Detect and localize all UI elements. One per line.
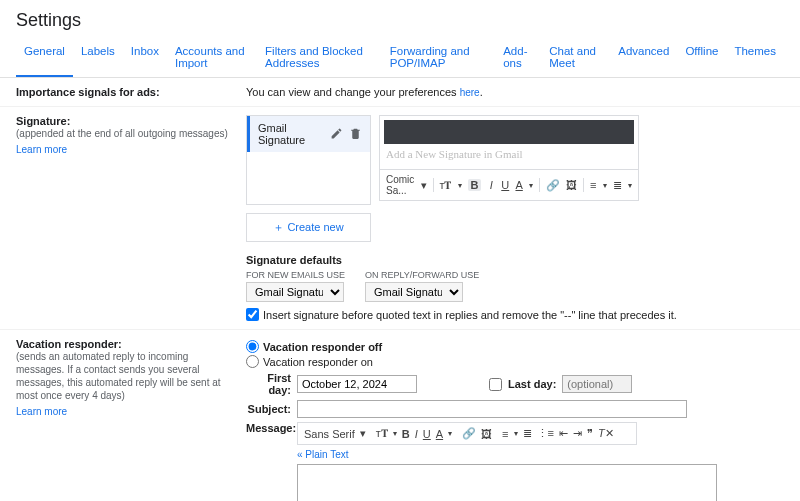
ads-here-link[interactable]: here [460, 87, 480, 98]
tab-themes[interactable]: Themes [726, 39, 784, 77]
plain-text-link[interactable]: « Plain Text [297, 449, 717, 460]
quote-icon[interactable]: ❞ [587, 427, 593, 440]
chevron-down-icon: ▾ [458, 181, 462, 190]
chevron-down-icon: ▾ [393, 429, 397, 438]
subject-input[interactable] [297, 400, 687, 418]
image-icon[interactable]: 🖼 [481, 428, 492, 440]
text-color-icon[interactable]: A [436, 428, 443, 440]
clear-format-icon[interactable]: T✕ [598, 427, 614, 440]
vacation-sub: (sends an automated reply to incoming me… [16, 350, 234, 402]
last-day-input [562, 375, 632, 393]
chevron-down-icon: ▾ [448, 429, 452, 438]
image-icon[interactable]: 🖼 [566, 179, 577, 191]
signature-sub: (appended at the end of all outgoing mes… [16, 127, 234, 140]
plus-icon: ＋ [273, 221, 284, 233]
vacation-label: Vacation responder: [16, 338, 234, 350]
underline-icon[interactable]: U [423, 428, 431, 440]
text-size-icon[interactable]: т𝐓 [376, 427, 388, 440]
ads-label: Importance signals for ads: [16, 86, 160, 98]
chevron-down-icon: ▾ [603, 181, 607, 190]
tab-general[interactable]: General [16, 39, 73, 77]
message-textarea[interactable] [297, 464, 717, 501]
list-icon[interactable]: ≣ [613, 179, 622, 192]
ads-text: You can view and change your preferences [246, 86, 460, 98]
italic-icon[interactable]: I [487, 179, 495, 191]
font-select[interactable]: Comic Sa... [386, 174, 415, 196]
indent-less-icon[interactable]: ⇤ [559, 427, 568, 440]
link-icon[interactable]: 🔗 [462, 427, 476, 440]
tab-inbox[interactable]: Inbox [123, 39, 167, 77]
tab-addons[interactable]: Add-ons [495, 39, 541, 77]
msg-font-select[interactable]: Sans Serif [304, 428, 355, 440]
chevron-down-icon: ▾ [421, 179, 427, 192]
signature-item-name: Gmail Signature [258, 122, 330, 146]
tab-accounts[interactable]: Accounts and Import [167, 39, 257, 77]
signature-toolbar: Comic Sa...▾ т𝐓▾ B I U A▾ 🔗 🖼 ≡▾ ≣▾ [379, 170, 639, 201]
create-new-label: Create new [287, 221, 343, 233]
signature-preview-text: Add a New Signature in Gmail [386, 148, 523, 160]
link-icon[interactable]: 🔗 [546, 179, 560, 192]
text-size-icon[interactable]: т𝐓 [439, 179, 451, 192]
signature-preview-dark-bar [384, 120, 634, 144]
signature-preview[interactable]: Add a New Signature in Gmail [379, 115, 639, 170]
indent-more-icon[interactable]: ⇥ [573, 427, 582, 440]
chevron-down-icon: ▾ [514, 429, 518, 438]
tab-offline[interactable]: Offline [677, 39, 726, 77]
vacation-off-radio[interactable] [246, 340, 259, 353]
tab-labels[interactable]: Labels [73, 39, 123, 77]
signature-learn-more-link[interactable]: Learn more [16, 144, 234, 155]
tab-filters[interactable]: Filters and Blocked Addresses [257, 39, 382, 77]
last-day-label: Last day: [508, 378, 556, 390]
subject-label: Subject: [246, 403, 291, 415]
vacation-on-radio[interactable] [246, 355, 259, 368]
italic-icon[interactable]: I [415, 428, 418, 440]
message-toolbar: Sans Serif▾ т𝐓▾ B I U A▾ 🔗 🖼 ≡▾ ≣ ⋮≡ [297, 422, 637, 445]
signature-list: Gmail Signature [246, 115, 371, 205]
first-day-label: First day: [246, 372, 291, 396]
vacation-learn-more-link[interactable]: Learn more [16, 406, 234, 417]
insert-signature-text: Insert signature before quoted text in r… [263, 309, 677, 321]
bold-icon[interactable]: B [402, 428, 410, 440]
on-reply-label: ON REPLY/FORWARD USE [365, 270, 479, 280]
signature-list-item[interactable]: Gmail Signature [247, 116, 370, 152]
chevron-down-icon: ▾ [360, 427, 366, 440]
message-label: Message: [246, 422, 291, 434]
align-icon[interactable]: ≡ [502, 428, 508, 440]
signature-label: Signature: [16, 115, 234, 127]
tab-advanced[interactable]: Advanced [610, 39, 677, 77]
first-day-input[interactable] [297, 375, 417, 393]
vacation-off-label: Vacation responder off [263, 341, 382, 353]
page-title: Settings [0, 0, 800, 39]
numbered-list-icon[interactable]: ≣ [523, 427, 532, 440]
delete-icon[interactable] [349, 127, 362, 142]
bullet-list-icon[interactable]: ⋮≡ [537, 427, 554, 440]
last-day-checkbox[interactable] [489, 378, 502, 391]
bold-icon[interactable]: B [468, 179, 482, 191]
on-reply-select[interactable]: Gmail Signature [365, 282, 463, 302]
insert-signature-checkbox[interactable] [246, 308, 259, 321]
text-color-icon[interactable]: A [515, 179, 523, 191]
for-new-emails-select[interactable]: Gmail Signature [246, 282, 344, 302]
chevron-down-icon: ▾ [628, 181, 632, 190]
tab-forwarding[interactable]: Forwarding and POP/IMAP [382, 39, 495, 77]
ads-text-post: . [480, 86, 483, 98]
signature-defaults-heading: Signature defaults [246, 254, 784, 266]
vacation-on-label: Vacation responder on [263, 356, 373, 368]
underline-icon[interactable]: U [501, 179, 509, 191]
tab-chat[interactable]: Chat and Meet [541, 39, 610, 77]
create-new-signature-button[interactable]: ＋ Create new [246, 213, 371, 242]
edit-icon[interactable] [330, 127, 343, 142]
tabs-bar: General Labels Inbox Accounts and Import… [0, 39, 800, 78]
chevron-down-icon: ▾ [529, 181, 533, 190]
for-new-emails-label: FOR NEW EMAILS USE [246, 270, 345, 280]
align-icon[interactable]: ≡ [589, 179, 597, 191]
